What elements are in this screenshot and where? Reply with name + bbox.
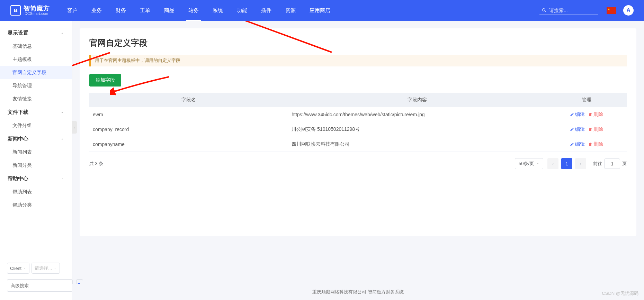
add-field-button[interactable]: 添加字段 — [89, 74, 121, 87]
sidebar-bottom: Client 请选择... — [0, 258, 72, 300]
page-1-button[interactable]: 1 — [561, 158, 572, 169]
sidebar-item-1-0[interactable]: 文件分组 — [0, 119, 72, 132]
page-size-select[interactable]: 50条/页 — [515, 158, 543, 169]
trash-icon — [588, 112, 592, 117]
table-row: companyname四川网联快云科技有限公司编辑删除 — [89, 137, 627, 152]
trash-icon — [588, 142, 592, 146]
sidebar-item-0-1[interactable]: 主题模板 — [0, 53, 72, 66]
logo-main-text: 智简魔方 — [24, 5, 50, 12]
nav-item-9[interactable]: 资源 — [278, 0, 303, 21]
nav-item-1[interactable]: 业务 — [84, 0, 109, 21]
logo[interactable]: a 智简魔方 IDCSmart.com — [10, 5, 50, 16]
delete-button[interactable]: 删除 — [588, 126, 603, 133]
search-input[interactable] — [549, 8, 596, 13]
edit-icon — [570, 142, 574, 146]
nav-item-4[interactable]: 商品 — [157, 0, 181, 21]
cell-name: company_record — [89, 122, 288, 137]
logo-icon: a — [10, 5, 21, 16]
nav-item-8[interactable]: 插件 — [254, 0, 278, 21]
nav-item-3[interactable]: 工单 — [133, 0, 157, 21]
chevron-down-icon — [53, 266, 57, 270]
footer-text: 重庆顺戴网络科技有限公司 智简魔方财务系统 — [72, 284, 644, 300]
edit-button[interactable]: 编辑 — [570, 126, 585, 133]
col-header-name: 字段名 — [89, 93, 288, 107]
cell-name: ewm — [89, 107, 288, 122]
sidebar-item-3-0[interactable]: 帮助列表 — [0, 185, 72, 199]
chevron-up-icon — [60, 110, 64, 115]
table-row: company_record川公网安备 51010502011298号编辑删除 — [89, 122, 627, 137]
table-row: ewmhttps://www.345idc.com/themes/web/web… — [89, 107, 627, 122]
table-footer: 共 3 条 50条/页 ‹ 1 › 前往 页 — [89, 158, 627, 169]
sidebar-item-0-3[interactable]: 导航管理 — [0, 79, 72, 92]
global-search[interactable] — [539, 6, 598, 15]
main-content: 官网自定义字段 用于在官网主题模板中，调用的自定义字段 添加字段 字段名 字段内… — [72, 21, 644, 300]
content-card: 官网自定义字段 用于在官网主题模板中，调用的自定义字段 添加字段 字段名 字段内… — [80, 28, 636, 236]
page-title: 官网自定义字段 — [89, 37, 627, 48]
sidebar-group-1[interactable]: 文件下载 — [0, 106, 72, 119]
cell-name: companyname — [89, 137, 288, 152]
prev-page-button[interactable]: ‹ — [547, 158, 558, 169]
next-page-button[interactable]: › — [575, 158, 586, 169]
sidebar-select-value[interactable]: 请选择... — [32, 263, 60, 274]
fields-table: 字段名 字段内容 管理 ewmhttps://www.345idc.com/th… — [89, 93, 627, 152]
sidebar-item-0-4[interactable]: 友情链接 — [0, 92, 72, 106]
edit-button[interactable]: 编辑 — [570, 141, 585, 147]
sidebar: 显示设置基础信息主题模板官网自定义字段导航管理友情链接文件下载文件分组新闻中心新… — [0, 21, 72, 300]
sidebar-select-type[interactable]: Client — [7, 263, 29, 274]
total-count: 共 3 条 — [89, 161, 515, 167]
delete-button[interactable]: 删除 — [588, 141, 603, 147]
cell-content: 四川网联快云科技有限公司 — [288, 137, 546, 152]
edit-icon — [570, 127, 574, 131]
nav-item-6[interactable]: 系统 — [206, 0, 230, 21]
trash-icon — [588, 127, 592, 131]
watermark-text: CSDN @无忧源码 — [602, 290, 638, 297]
sidebar-item-2-0[interactable]: 新闻列表 — [0, 146, 72, 159]
locale-flag-icon[interactable] — [607, 7, 616, 14]
chevron-up-icon — [60, 177, 64, 181]
sidebar-group-3[interactable]: 帮助中心 — [0, 172, 72, 185]
nav-item-2[interactable]: 财务 — [109, 0, 133, 21]
col-header-content: 字段内容 — [288, 93, 546, 107]
sidebar-item-0-0[interactable]: 基础信息 — [0, 40, 72, 53]
chevron-up-icon — [60, 31, 64, 35]
edit-icon — [570, 112, 574, 117]
sidebar-item-2-1[interactable]: 新闻分类 — [0, 159, 72, 172]
sidebar-group-2[interactable]: 新闻中心 — [0, 132, 72, 146]
tip-bar: 用于在官网主题模板中，调用的自定义字段 — [89, 55, 627, 66]
user-avatar[interactable]: A — [623, 5, 634, 16]
logo-sub-text: IDCSmart.com — [24, 12, 50, 16]
goto-page-input[interactable] — [604, 158, 620, 169]
edit-button[interactable]: 编辑 — [570, 111, 585, 118]
sidebar-group-0[interactable]: 显示设置 — [0, 26, 72, 40]
goto-page: 前往 页 — [593, 158, 627, 169]
sidebar-item-0-2[interactable]: 官网自定义字段 — [0, 66, 72, 79]
chevron-down-icon — [536, 162, 539, 165]
cell-content: https://www.345idc.com/themes/web/web/st… — [288, 107, 546, 122]
cell-content: 川公网安备 51010502011298号 — [288, 122, 546, 137]
nav-item-5[interactable]: 站务 — [181, 0, 206, 21]
top-nav: 客户业务财务工单商品站务系统功能插件资源应用商店 — [60, 0, 539, 21]
search-icon — [542, 8, 547, 13]
chevron-down-icon — [23, 266, 26, 270]
top-header: a 智简魔方 IDCSmart.com 客户业务财务工单商品站务系统功能插件资源… — [0, 0, 644, 21]
nav-item-0[interactable]: 客户 — [60, 0, 84, 21]
sidebar-item-3-1[interactable]: 帮助分类 — [0, 199, 72, 212]
nav-item-10[interactable]: 应用商店 — [303, 0, 337, 21]
delete-button[interactable]: 删除 — [588, 111, 603, 118]
nav-item-7[interactable]: 功能 — [230, 0, 254, 21]
chevron-up-icon — [60, 137, 64, 141]
advanced-search-input[interactable] — [7, 279, 73, 292]
col-header-actions: 管理 — [546, 93, 627, 107]
